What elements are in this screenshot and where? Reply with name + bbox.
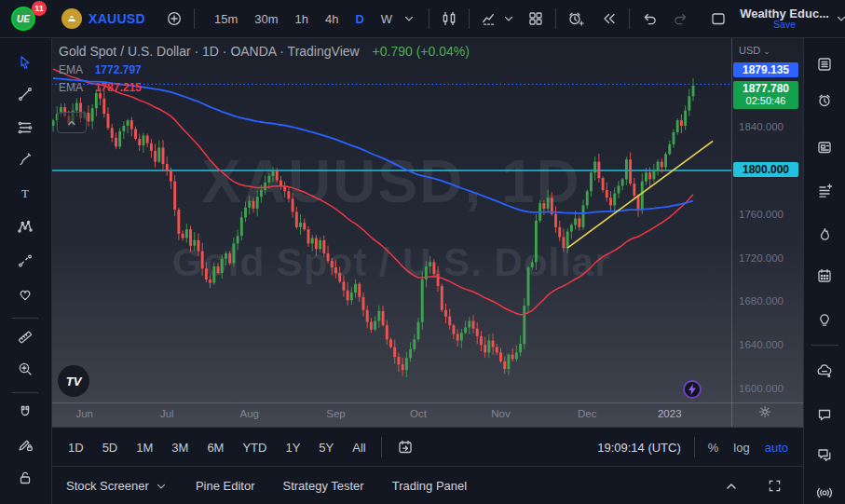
trend-line-tool-icon[interactable]	[14, 83, 36, 105]
time-axis-label: Aug	[229, 408, 270, 419]
lock-tool-icon[interactable]	[14, 467, 36, 489]
hotlists-icon[interactable]	[813, 224, 836, 246]
time-axis-label: Oct	[398, 408, 439, 419]
minds-icon[interactable]	[813, 360, 836, 382]
panel-tab-stock-screener[interactable]: Stock Screener	[66, 479, 168, 493]
symbol-search-button[interactable]: XAUUSD	[61, 8, 145, 29]
text-notes-icon[interactable]	[813, 180, 836, 202]
cursor-tool-icon[interactable]	[14, 51, 36, 74]
bottom-toolbar: 1D5D1M3M6MYTD1Y5YAll 19:09:14 (UTC) % lo…	[51, 427, 803, 467]
timeframe-1h[interactable]: 1h	[294, 10, 309, 28]
text-tool-icon[interactable]: T	[14, 182, 36, 204]
divider	[194, 8, 195, 29]
panel-tab-pine-editor[interactable]: Pine Editor	[196, 479, 255, 493]
indicators-icon[interactable]	[477, 7, 501, 31]
layout-select-icon[interactable]	[706, 7, 730, 31]
panel-expand-chevron-icon[interactable]	[719, 474, 743, 498]
clock[interactable]: 19:09:14 (UTC)	[597, 441, 681, 455]
layout-grid-icon[interactable]	[524, 7, 548, 31]
range-All[interactable]: All	[348, 438, 369, 457]
bar-countdown: 02:50:46	[733, 95, 798, 107]
range-1M[interactable]: 1M	[132, 438, 157, 457]
news-icon[interactable]	[813, 136, 836, 158]
timeframe-4h[interactable]: 4h	[324, 10, 339, 28]
divider	[629, 8, 630, 29]
chat-icon[interactable]	[813, 403, 836, 426]
layout-name-button[interactable]: Wealthy Educ... Save	[740, 7, 829, 31]
panel-tab-trading-panel[interactable]: Trading Panel	[392, 479, 467, 493]
fib-retracement-tool-icon[interactable]	[14, 116, 36, 139]
conversations-icon[interactable]	[813, 443, 836, 466]
quick-trade-lightning-icon[interactable]	[683, 380, 702, 399]
range-1D[interactable]: 1D	[64, 438, 88, 457]
alerts-icon[interactable]	[813, 89, 836, 112]
bottom-panel: Stock ScreenerPine EditorStrategy Tester…	[51, 466, 803, 504]
fullscreen-icon[interactable]	[762, 474, 786, 498]
gold-symbol-icon	[61, 8, 82, 29]
forecast-tool-icon[interactable]	[14, 250, 36, 272]
tradingview-logo[interactable]: TV	[58, 365, 89, 397]
legend-change: +0.790 (+0.04%)	[373, 44, 470, 59]
range-6M[interactable]: 6M	[203, 438, 227, 457]
zoom-in-tool-icon[interactable]	[14, 358, 36, 380]
undo-icon[interactable]	[637, 7, 661, 31]
save-button[interactable]: Save	[740, 20, 829, 30]
price-tick: 1600.000	[739, 383, 784, 394]
range-5Y[interactable]: 5Y	[315, 438, 337, 457]
redo-icon[interactable]	[669, 7, 693, 31]
legend-title[interactable]: Gold Spot / U.S. Dollar · 1D · OANDA · T…	[59, 44, 360, 59]
range-5D[interactable]: 5D	[99, 438, 122, 457]
drawing-lock-tool-icon[interactable]	[14, 433, 36, 456]
ema-legend-row[interactable]: EMA 1772.797	[59, 63, 470, 76]
compare-add-symbol-icon[interactable]	[162, 7, 186, 31]
range-YTD[interactable]: YTD	[239, 438, 270, 457]
time-axis-gear-icon[interactable]	[757, 404, 772, 419]
divider	[429, 8, 429, 29]
toolbar-divider	[12, 392, 38, 393]
ruler-tool-icon[interactable]	[14, 326, 36, 348]
indicators-chevron-down-icon[interactable]	[501, 7, 516, 31]
emoji-tool-icon[interactable]	[14, 283, 36, 306]
top-toolbar: UE 11 XAUUSD 15m30m1h4hDW Wealthy Educ..…	[0, 0, 845, 38]
toolbar-divider	[12, 318, 38, 319]
ema-slow-value: 1772.797	[95, 63, 142, 76]
timeframe-30m[interactable]: 30m	[253, 10, 279, 28]
go-to-date-icon[interactable]	[393, 435, 417, 459]
magnet-tool-icon[interactable]	[14, 401, 36, 423]
auto-scale-button[interactable]: auto	[765, 441, 788, 455]
time-axis[interactable]: JunJulAugSepOctNovDec2023	[51, 403, 803, 427]
timeframe-D[interactable]: D	[354, 10, 364, 28]
time-axis-label: Nov	[481, 408, 522, 419]
timeframe-W[interactable]: W	[380, 10, 393, 28]
ema-legend-row[interactable]: EMA 1787.215	[59, 81, 470, 94]
timeframe-15m[interactable]: 15m	[213, 10, 239, 28]
watchlist-icon[interactable]	[813, 53, 836, 75]
chart-type-candles-icon[interactable]	[437, 7, 461, 31]
timeframe-chevron-down-icon[interactable]	[397, 7, 421, 31]
range-3M[interactable]: 3M	[168, 438, 192, 457]
time-axis-label: Dec	[566, 408, 607, 419]
alert-add-icon[interactable]	[564, 7, 588, 31]
brush-tool-icon[interactable]	[14, 148, 36, 170]
ideas-icon[interactable]	[813, 308, 836, 331]
chevron-down-icon	[155, 480, 168, 493]
log-scale-button[interactable]: log	[733, 441, 749, 455]
chart-pane: XAUUSD, 1D Gold Spot / U.S. Dollar Gold …	[51, 37, 803, 427]
range-1Y[interactable]: 1Y	[281, 438, 304, 457]
streams-icon[interactable]	[813, 481, 836, 503]
ema-label: EMA	[59, 63, 82, 76]
bar-replay-icon[interactable]	[597, 7, 621, 31]
percent-scale-button[interactable]: %	[708, 441, 719, 455]
price-scale-currency[interactable]: USD ⌄	[739, 45, 770, 56]
legend-collapse-button[interactable]	[57, 112, 87, 133]
sidebar-divider	[811, 345, 838, 346]
xabcd-pattern-tool-icon[interactable]	[14, 215, 36, 238]
panel-tab-strategy-tester[interactable]: Strategy Tester	[282, 479, 363, 493]
layout-chevron-down-icon[interactable]	[829, 7, 845, 31]
panel-tab-label: Strategy Tester	[282, 479, 363, 493]
price-tick: 1840.000	[739, 121, 784, 132]
account-menu-button[interactable]: UE 11	[9, 5, 47, 33]
calendar-icon[interactable]	[813, 265, 836, 287]
drawing-toolbar: T	[0, 37, 52, 504]
price-scale[interactable]: USD ⌄ 1879.135 1877.780 02:50:46 1800.00…	[732, 37, 803, 402]
